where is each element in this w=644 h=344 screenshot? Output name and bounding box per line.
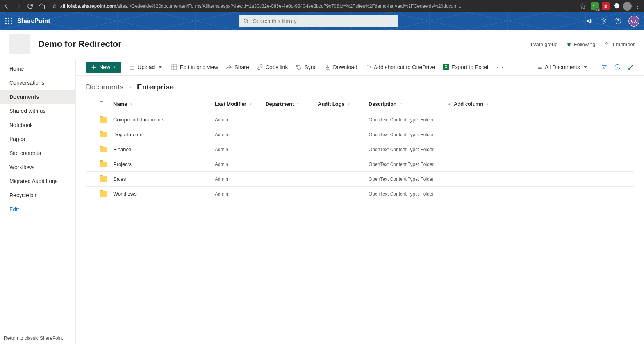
- sidebar-item-recycle-bin[interactable]: Recycle bin: [0, 188, 75, 202]
- back-button[interactable]: [3, 3, 10, 10]
- help-icon[interactable]: [614, 18, 621, 25]
- extensions-icon[interactable]: [613, 2, 620, 11]
- sync-button[interactable]: Sync: [296, 64, 316, 70]
- home-button[interactable]: [38, 3, 45, 10]
- sync-icon: [296, 64, 302, 70]
- folder-icon: [100, 117, 107, 123]
- chevron-down-icon: [582, 64, 589, 70]
- sidebar-item-migrated-audit-logs[interactable]: Migrated Audit Logs: [0, 174, 75, 188]
- description-column-header[interactable]: Description: [369, 101, 447, 107]
- svg-point-1: [5, 18, 7, 19]
- row-type-icon: [100, 117, 113, 123]
- chevron-down-icon: [347, 102, 351, 106]
- shortcut-label: Add shortcut to OneDrive: [374, 64, 435, 70]
- svg-point-11: [603, 20, 605, 22]
- filter-icon[interactable]: [601, 64, 607, 70]
- copy-link-button[interactable]: Copy link: [257, 64, 288, 70]
- row-modifier: Admin: [215, 176, 266, 182]
- chevron-down-icon: [296, 102, 300, 106]
- table-row[interactable]: Compound documentsAdminOpenText Content …: [86, 112, 634, 127]
- chevron-down-icon: [399, 102, 403, 106]
- department-column-header[interactable]: Department: [266, 101, 318, 107]
- onedrive-shortcut-icon: [365, 64, 371, 70]
- chevron-down-icon: [129, 102, 133, 106]
- share-button[interactable]: Share: [226, 64, 249, 70]
- reload-button[interactable]: [27, 3, 34, 10]
- download-label: Download: [333, 64, 357, 70]
- sidebar-item-workflows[interactable]: Workflows: [0, 160, 75, 174]
- breadcrumb-root[interactable]: Documents: [86, 83, 123, 91]
- row-type-icon: [100, 191, 113, 197]
- extension-green-icon[interactable]: 🛡: [591, 2, 599, 10]
- breadcrumb: Documents Enterprise: [76, 76, 644, 96]
- follow-toggle[interactable]: Following: [566, 41, 596, 47]
- chevron-right-icon: [128, 85, 132, 89]
- add-shortcut-button[interactable]: Add shortcut to OneDrive: [365, 64, 435, 70]
- row-name[interactable]: Projects: [113, 161, 215, 167]
- browser-toolbar: xilliolabs.sharepoint.com/sites/ /Gedeel…: [0, 0, 644, 12]
- settings-gear-icon[interactable]: [600, 18, 607, 25]
- sidebar-item-pages[interactable]: Pages: [0, 132, 75, 146]
- command-bar: New Upload Edit in grid view Share Copy …: [76, 59, 644, 76]
- sidebar-item-conversations[interactable]: Conversations: [0, 76, 75, 90]
- sidebar-item-shared-with-us[interactable]: Shared with us: [0, 104, 75, 118]
- audit-column-header[interactable]: Audit Logs: [318, 101, 369, 107]
- download-button[interactable]: Download: [325, 64, 357, 70]
- row-name[interactable]: Compound documents: [113, 117, 215, 123]
- edit-grid-button[interactable]: Edit in grid view: [171, 64, 218, 70]
- type-column-header[interactable]: [100, 101, 113, 107]
- info-icon[interactable]: [614, 64, 621, 70]
- table-row[interactable]: SalesAdminOpenText Content Type: Folder: [86, 172, 634, 187]
- sidebar-item-home[interactable]: Home: [0, 62, 75, 76]
- new-label: New: [99, 64, 110, 70]
- sidebar-edit-link[interactable]: Edit: [0, 202, 75, 216]
- site-logo[interactable]: [9, 34, 30, 54]
- table-row[interactable]: FinanceAdminOpenText Content Type: Folde…: [86, 142, 634, 157]
- sidebar-item-site-contents[interactable]: Site contents: [0, 146, 75, 160]
- sidebar-item-notebook[interactable]: Notebook: [0, 118, 75, 132]
- browser-menu-icon[interactable]: ⋮: [635, 3, 641, 9]
- extension-red-icon[interactable]: ▦: [602, 2, 610, 10]
- svg-point-10: [244, 19, 248, 22]
- app-launcher-icon[interactable]: [5, 17, 12, 25]
- folder-icon: [100, 176, 107, 182]
- profile-avatar-icon[interactable]: [623, 2, 632, 11]
- table-row[interactable]: ProjectsAdminOpenText Content Type: Fold…: [86, 157, 634, 172]
- sidebar-item-documents[interactable]: Documents: [0, 90, 75, 104]
- return-classic-link[interactable]: Return to classic SharePoint: [4, 335, 63, 341]
- address-bar[interactable]: xilliolabs.sharepoint.com/sites/ /Gedeel…: [50, 4, 574, 9]
- bookmark-star-icon[interactable]: [579, 3, 586, 10]
- row-type-icon: [100, 132, 113, 137]
- row-name[interactable]: Departments: [113, 132, 215, 137]
- view-selector[interactable]: All Documents: [537, 64, 589, 70]
- row-name[interactable]: Sales: [113, 176, 215, 182]
- expand-icon[interactable]: [628, 64, 634, 70]
- add-column-button[interactable]: Add column: [447, 101, 634, 107]
- svg-point-13: [606, 42, 608, 44]
- edit-grid-label: Edit in grid view: [180, 64, 218, 70]
- table-row[interactable]: WorkflowsAdminOpenText Content Type: Fol…: [86, 187, 634, 201]
- table-row[interactable]: DepartmentsAdminOpenText Content Type: F…: [86, 127, 634, 142]
- row-name[interactable]: Workflows: [113, 191, 215, 197]
- search-input[interactable]: [253, 18, 393, 24]
- modifier-column-header[interactable]: Last Modifier: [215, 101, 266, 107]
- export-excel-button[interactable]: X Export to Excel: [443, 64, 488, 70]
- more-commands-button[interactable]: ···: [496, 63, 504, 71]
- svg-rect-14: [172, 65, 177, 70]
- megaphone-icon[interactable]: [586, 18, 593, 25]
- upload-button[interactable]: Upload: [129, 64, 163, 70]
- svg-point-8: [8, 23, 9, 24]
- user-avatar[interactable]: CX: [628, 16, 639, 27]
- row-modifier: Admin: [215, 117, 266, 123]
- new-button[interactable]: New: [86, 62, 121, 73]
- members-label: 1 member: [612, 41, 635, 47]
- table-header: Name Last Modifier Department Audit Logs…: [86, 96, 634, 112]
- site-title[interactable]: Demo for Redirector: [38, 39, 121, 49]
- name-column-header[interactable]: Name: [113, 101, 215, 107]
- forward-button[interactable]: [15, 3, 22, 10]
- suite-app-name[interactable]: SharePoint: [17, 18, 50, 25]
- row-name[interactable]: Finance: [113, 146, 215, 152]
- members-link[interactable]: 1 member: [604, 41, 635, 47]
- row-description: OpenText Content Type: Folder: [369, 191, 447, 197]
- search-box[interactable]: [239, 15, 398, 27]
